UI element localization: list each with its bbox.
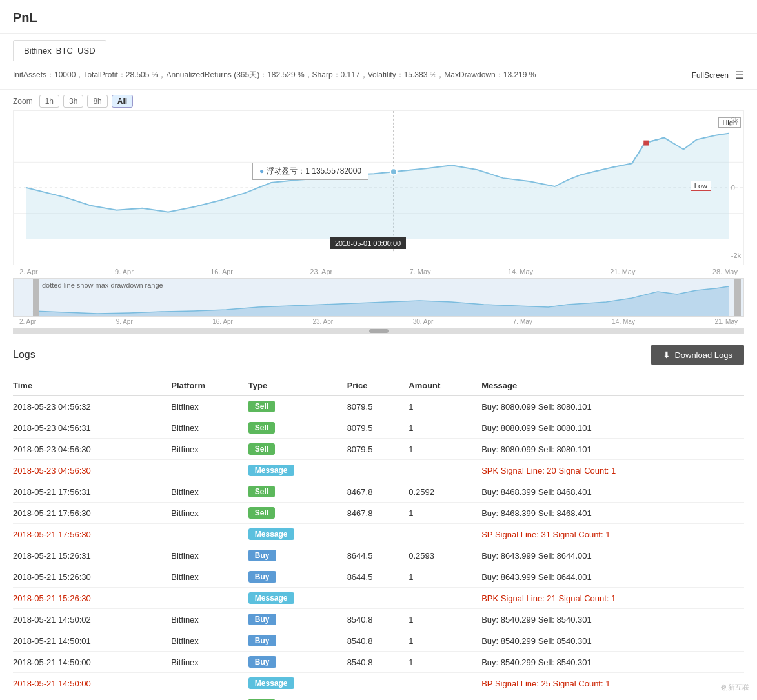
log-message: Buy: 8968.732 Sell: 8968.734 [481, 694, 744, 701]
log-message: BPK Signal Line: 21 Signal Count: 1 [481, 588, 744, 609]
log-time: 2018-05-21 14:50:00 [13, 652, 171, 673]
log-platform [171, 524, 248, 545]
log-type: Message [248, 588, 347, 609]
col-price: Price [347, 375, 409, 396]
log-platform [171, 460, 248, 481]
log-message: Buy: 8540.299 Sell: 8540.301 [481, 609, 744, 630]
log-platform: Bitfinex [171, 503, 248, 524]
log-time: 2018-05-23 04:56:30 [13, 439, 171, 460]
log-type: Buy [248, 609, 347, 630]
log-type: Sell [248, 417, 347, 439]
log-time: 2018-05-23 04:56:30 [13, 460, 171, 481]
log-type: Buy [248, 630, 347, 652]
log-message: Buy: 8468.399 Sell: 8468.401 [481, 503, 744, 524]
log-platform: Bitfinex [171, 694, 248, 701]
log-price: 8540.8 [347, 630, 409, 652]
zoom-all[interactable]: All [112, 95, 133, 108]
log-platform: Bitfinex [171, 609, 248, 630]
log-type: Sell [248, 503, 347, 524]
logs-section: Logs ⬇ Download Logs Time Platform Type … [0, 334, 757, 700]
log-price: 8540.8 [347, 609, 409, 630]
log-time: 2018-05-23 04:56:31 [13, 417, 171, 439]
log-type: Sell [248, 694, 347, 701]
log-platform [171, 588, 248, 609]
log-type: Sell [248, 439, 347, 460]
log-message: Buy: 8080.099 Sell: 8080.101 [481, 439, 744, 460]
download-icon: ⬇ [663, 350, 671, 360]
logs-table: Time Platform Type Price Amount Message … [13, 375, 744, 700]
log-amount [409, 460, 481, 481]
log-amount [409, 673, 481, 694]
log-time: 2018-05-21 17:56:30 [13, 503, 171, 524]
mini-chart[interactable]: dotted line show max drawdown range [13, 278, 744, 317]
svg-marker-7 [33, 286, 729, 316]
zoom-label: Zoom [13, 97, 33, 106]
log-price: 8467.8 [347, 481, 409, 503]
logs-title: Logs [13, 349, 35, 361]
log-price: 8968.2 [347, 694, 409, 701]
log-type: Message [248, 673, 347, 694]
svg-rect-6 [643, 141, 649, 146]
mini-x-axis: 2. Apr 9. Apr 16. Apr 23. Apr 30. Apr 7.… [13, 317, 744, 326]
mini-scrollbar[interactable] [13, 328, 744, 334]
crosshair-time-label: 2018-05-01 00:00:00 [330, 237, 406, 249]
log-platform: Bitfinex [171, 439, 248, 460]
stats-text: InitAssets：10000，TotalProfit：28.505 %，An… [13, 70, 692, 81]
y-axis: 2k 0 -2k [731, 111, 741, 265]
log-price: 8079.5 [347, 439, 409, 460]
stats-bar: InitAssets：10000，TotalProfit：28.505 %，An… [0, 61, 757, 90]
tab-bitfinex-btc-usd[interactable]: Bitfinex_BTC_USD [13, 40, 106, 61]
log-amount [409, 588, 481, 609]
zoom-3h[interactable]: 3h [63, 95, 83, 108]
log-type: Buy [248, 545, 347, 566]
mini-chart-handle-left[interactable] [33, 279, 39, 316]
low-label: Low [691, 181, 711, 191]
col-message: Message [481, 375, 744, 396]
log-amount: 1 [409, 694, 481, 701]
download-logs-button[interactable]: ⬇ Download Logs [651, 345, 744, 365]
log-time: 2018-05-21 15:26:30 [13, 566, 171, 588]
log-time: 2018-05-21 17:56:30 [13, 524, 171, 545]
log-amount: 1 [409, 609, 481, 630]
page-title: PnL [0, 0, 757, 34]
log-type: Message [248, 460, 347, 481]
log-platform: Bitfinex [171, 481, 248, 503]
log-amount: 1 [409, 503, 481, 524]
mini-chart-handle-right[interactable] [734, 279, 741, 316]
log-price: 8467.8 [347, 503, 409, 524]
fullscreen-button[interactable]: FullScreen [692, 71, 729, 80]
log-platform: Bitfinex [171, 545, 248, 566]
log-platform: Bitfinex [171, 396, 248, 417]
log-price [347, 524, 409, 545]
log-message: Buy: 8643.999 Sell: 8644.001 [481, 566, 744, 588]
log-price: 8079.5 [347, 417, 409, 439]
log-type: Sell [248, 396, 347, 417]
mini-scrollbar-thumb[interactable] [369, 329, 389, 333]
log-amount: 0.2593 [409, 545, 481, 566]
log-time: 2018-05-21 17:56:31 [13, 481, 171, 503]
log-price [347, 588, 409, 609]
log-platform: Bitfinex [171, 630, 248, 652]
log-amount: 1 [409, 439, 481, 460]
menu-icon[interactable]: ☰ [735, 69, 744, 81]
logs-header: Logs ⬇ Download Logs [13, 345, 744, 365]
zoom-1h[interactable]: 1h [39, 95, 59, 108]
log-price [347, 460, 409, 481]
log-amount: 1 [409, 417, 481, 439]
log-time: 2018-05-21 15:26:31 [13, 545, 171, 566]
log-price [347, 673, 409, 694]
log-time: 2018-05-11 08:05:02 [13, 694, 171, 701]
log-price: 8079.5 [347, 396, 409, 417]
watermark: 创新互联 [721, 683, 749, 692]
tab-bar: Bitfinex_BTC_USD [0, 34, 757, 61]
col-type: Type [248, 375, 347, 396]
log-message: Buy: 8643.999 Sell: 8644.001 [481, 545, 744, 566]
x-axis: 2. Apr 9. Apr 16. Apr 23. Apr 7. May 14.… [13, 265, 744, 278]
log-type: Sell [248, 481, 347, 503]
log-platform: Bitfinex [171, 417, 248, 439]
log-platform: Bitfinex [171, 566, 248, 588]
svg-point-5 [390, 168, 397, 175]
log-time: 2018-05-21 14:50:02 [13, 609, 171, 630]
log-message: BP Signal Line: 25 Signal Count: 1 [481, 673, 744, 694]
zoom-8h[interactable]: 8h [87, 95, 107, 108]
